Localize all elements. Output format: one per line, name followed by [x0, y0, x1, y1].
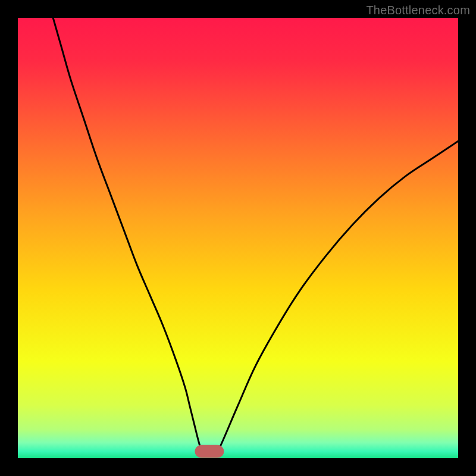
- bottleneck-chart: [18, 18, 458, 458]
- optimal-marker: [195, 445, 224, 458]
- watermark-text: TheBottleneck.com: [366, 4, 470, 17]
- plot-background: [18, 18, 458, 458]
- outer-frame: TheBottleneck.com: [0, 0, 476, 476]
